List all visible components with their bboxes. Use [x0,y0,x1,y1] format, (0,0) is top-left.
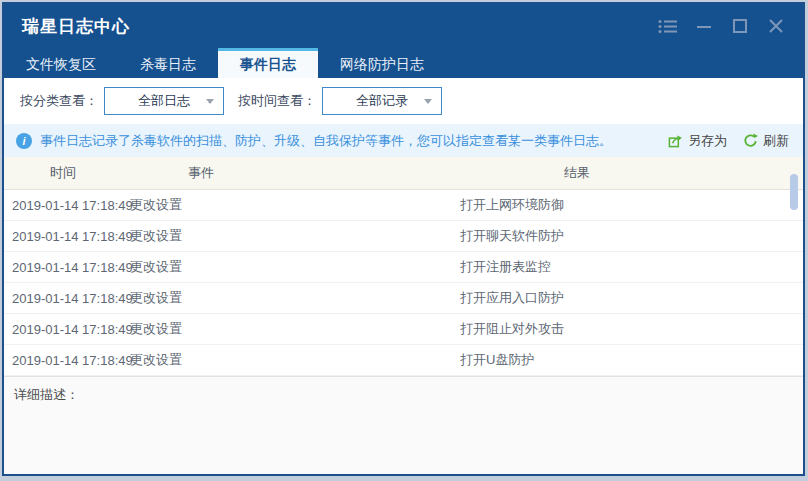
tab-network-protection-log[interactable]: 网络防护日志 [318,48,446,78]
list-menu-icon[interactable] [657,16,679,36]
table-row[interactable]: 2019-01-14 17:18:49 更改设置 打开阻止对外攻击 [4,314,803,345]
cell-result: 打开应用入口防护 [452,289,803,307]
chevron-down-icon [206,99,214,104]
refresh-label: 刷新 [763,132,789,150]
column-header-result: 结果 [452,164,803,182]
cell-result: 打开阻止对外攻击 [452,320,803,338]
cell-event: 更改设置 [122,289,452,307]
info-message: 事件日志记录了杀毒软件的扫描、防护、升级、自我保护等事件，您可以指定查看某一类事… [40,132,612,150]
category-filter-label: 按分类查看： [20,92,98,110]
time-filter-dropdown[interactable]: 全部记录 [322,87,442,115]
category-filter-value: 全部日志 [138,92,190,110]
cell-time: 2019-01-14 17:18:49 [4,291,122,306]
cell-time: 2019-01-14 17:18:49 [4,260,122,275]
chevron-down-icon [424,99,432,104]
cell-result: 打开注册表监控 [452,258,803,276]
cell-event: 更改设置 [122,351,452,369]
table-body: 2019-01-14 17:18:49 更改设置 打开上网环境防御 2019-0… [4,190,803,376]
tab-event-log[interactable]: 事件日志 [218,48,318,78]
log-center-window: 瑞星日志中心 [2,2,805,476]
info-actions: 另存为 刷新 [668,132,789,150]
tab-file-recovery[interactable]: 文件恢复区 [4,48,118,78]
cell-time: 2019-01-14 17:18:49 [4,353,122,368]
save-as-label: 另存为 [688,132,727,150]
details-label: 详细描述： [14,387,79,402]
maximize-icon[interactable] [729,16,751,36]
table-row[interactable]: 2019-01-14 17:18:49 更改设置 打开U盘防护 [4,345,803,376]
column-header-event: 事件 [122,164,452,182]
export-icon [668,133,683,148]
details-panel: 详细描述： [4,376,803,474]
cell-time: 2019-01-14 17:18:49 [4,322,122,337]
cell-event: 更改设置 [122,320,452,338]
window-title: 瑞星日志中心 [4,15,130,38]
refresh-button[interactable]: 刷新 [743,132,789,150]
minimize-icon[interactable] [693,16,715,36]
close-icon[interactable] [765,16,787,36]
cell-event: 更改设置 [122,196,452,214]
tab-bar: 文件恢复区 杀毒日志 事件日志 网络防护日志 [4,48,803,78]
desktop-stage: 瑞星日志中心 [0,0,808,481]
table-header: 时间 事件 结果 [4,157,803,190]
cell-event: 更改设置 [122,227,452,245]
refresh-icon [743,133,758,148]
cell-time: 2019-01-14 17:18:49 [4,229,122,244]
cell-time: 2019-01-14 17:18:49 [4,198,122,213]
column-header-time: 时间 [4,164,122,182]
cell-result: 打开聊天软件防护 [452,227,803,245]
save-as-button[interactable]: 另存为 [668,132,727,150]
info-bar: i 事件日志记录了杀毒软件的扫描、防护、升级、自我保护等事件，您可以指定查看某一… [4,124,803,157]
table-row[interactable]: 2019-01-14 17:18:49 更改设置 打开注册表监控 [4,252,803,283]
time-filter-label: 按时间查看： [238,92,316,110]
table-row[interactable]: 2019-01-14 17:18:49 更改设置 打开聊天软件防护 [4,221,803,252]
window-controls [657,16,803,36]
table-row[interactable]: 2019-01-14 17:18:49 更改设置 打开应用入口防护 [4,283,803,314]
category-filter-dropdown[interactable]: 全部日志 [104,87,224,115]
vertical-scrollbar-thumb[interactable] [790,174,798,210]
info-icon: i [16,133,32,149]
cell-event: 更改设置 [122,258,452,276]
cell-result: 打开U盘防护 [452,351,803,369]
time-filter-value: 全部记录 [356,92,408,110]
tab-antivirus-log[interactable]: 杀毒日志 [118,48,218,78]
table-row[interactable]: 2019-01-14 17:18:49 更改设置 打开上网环境防御 [4,190,803,221]
filter-bar: 按分类查看： 全部日志 按时间查看： 全部记录 [4,78,803,124]
titlebar: 瑞星日志中心 [4,4,803,48]
cell-result: 打开上网环境防御 [452,196,803,214]
